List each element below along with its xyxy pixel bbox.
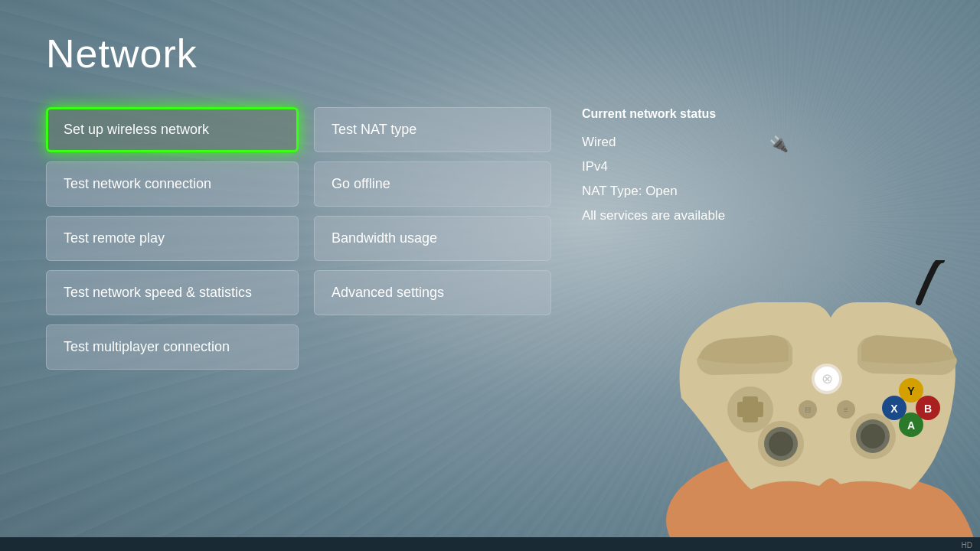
left-column: Set up wireless networkTest network conn… (46, 107, 299, 370)
svg-point-10 (769, 432, 793, 456)
menu-item-setup-wireless[interactable]: Set up wireless network (46, 107, 299, 152)
status-title: Current network status (582, 107, 789, 121)
status-item-ipv4: IPv4 (582, 159, 789, 174)
controller-overlay: ⊟ ≡ ⊗ Y A X B (635, 245, 980, 551)
svg-text:Y: Y (907, 385, 915, 397)
menu-item-test-network-speed[interactable]: Test network speed & statistics (46, 270, 299, 315)
status-panel: Current network status Wired🔌IPv4NAT Typ… (582, 107, 789, 233)
status-item-nat-type: NAT Type: Open (582, 184, 789, 199)
status-item-wired: Wired🔌 (582, 135, 789, 150)
svg-point-7 (861, 424, 885, 448)
svg-text:X: X (890, 403, 898, 415)
menu-item-test-remote-play[interactable]: Test remote play (46, 216, 299, 261)
menu-item-bandwidth-usage[interactable]: Bandwidth usage (314, 216, 551, 261)
wired-icon: 🔌 (769, 135, 789, 153)
bottom-bar-label: HD (962, 541, 972, 549)
svg-rect-4 (737, 402, 763, 417)
svg-text:⊟: ⊟ (805, 406, 811, 414)
menu-item-advanced-settings[interactable]: Advanced settings (314, 270, 551, 315)
svg-text:⊗: ⊗ (822, 371, 833, 386)
page-title: Network (46, 31, 934, 77)
menu-item-go-offline[interactable]: Go offline (314, 161, 551, 207)
status-item-services: All services are available (582, 208, 789, 223)
middle-column: Test NAT typeGo offlineBandwidth usageAd… (314, 107, 551, 315)
svg-text:≡: ≡ (844, 406, 848, 414)
menu-item-test-network-connection[interactable]: Test network connection (46, 161, 299, 207)
menu-item-test-multiplayer[interactable]: Test multiplayer connection (46, 324, 299, 370)
bottom-bar: HD (0, 537, 980, 551)
svg-text:B: B (924, 403, 932, 415)
menu-item-test-nat-type[interactable]: Test NAT type (314, 107, 551, 152)
svg-text:A: A (907, 419, 915, 432)
